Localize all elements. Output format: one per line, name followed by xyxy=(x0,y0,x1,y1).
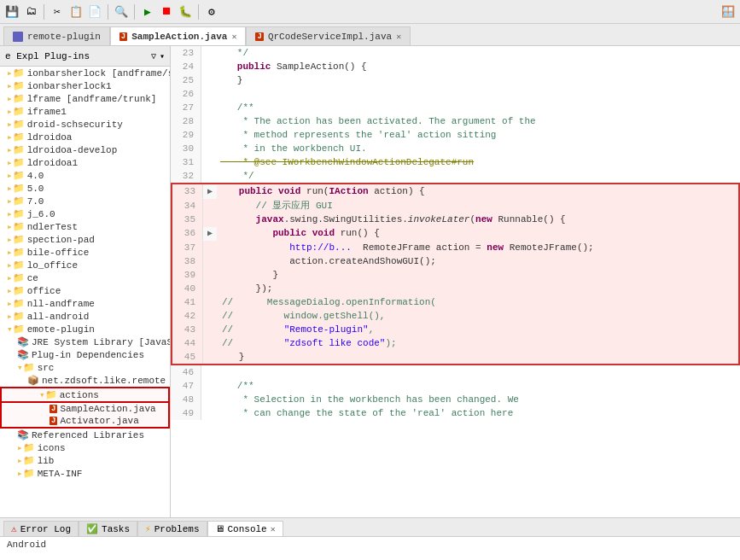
java-file-icon-2: J xyxy=(50,417,57,425)
bottom-tab-console[interactable]: 🖥 Console ✕ xyxy=(207,521,283,536)
tab-qr-code[interactable]: J QrCodeServiceImpl.java ✕ xyxy=(246,26,411,45)
toolbar-icon-copy[interactable]: 📋 xyxy=(67,3,84,20)
toolbar-icon-paste[interactable]: 📄 xyxy=(86,3,103,20)
bottom-tab-label-console: Console xyxy=(228,524,267,534)
toolbar-icon-save[interactable]: 💾 xyxy=(3,3,20,20)
folder-icon: ▸📁 xyxy=(7,260,25,271)
toolbar-separator-2 xyxy=(108,4,108,20)
tasks-icon: ✅ xyxy=(86,523,98,534)
toolbar-icon-settings[interactable]: ⚙️ xyxy=(203,3,220,20)
sidebar-item[interactable]: 📚Referenced Libraries xyxy=(0,429,170,441)
package-icon: 📦 xyxy=(27,375,39,386)
sidebar-item[interactable]: ▸📁META-INF xyxy=(0,467,170,480)
tab-icon-plugin xyxy=(13,32,23,42)
sidebar-collapse-icon[interactable]: ▽ xyxy=(151,51,156,61)
folder-icon: ▸📁 xyxy=(7,131,25,143)
bottom-tab-label-problems: Problems xyxy=(154,524,200,534)
sidebar-activator-label: Activator.java xyxy=(60,416,138,426)
folder-icon: ▸📁 xyxy=(7,208,25,219)
folder-icon: ▸📁 xyxy=(7,247,25,258)
code-line-23: 23 */ xyxy=(171,46,740,60)
folder-icon: ▸📁 xyxy=(7,80,25,91)
bottom-tab-problems[interactable]: ⚡ Problems xyxy=(137,521,207,536)
toolbar-icon-open[interactable]: 🗂 xyxy=(22,3,39,20)
toolbar-icon-run[interactable]: ▶ xyxy=(139,3,156,20)
sidebar-item[interactable]: ▸📁lframe [andframe/trunk] xyxy=(0,92,170,105)
sidebar-item[interactable]: ▸📁ndlerTest xyxy=(0,220,170,233)
sidebar-item[interactable]: 📦net.zdsoft.like.remote xyxy=(0,374,170,387)
sidebar-item[interactable]: ▸📁ldroidoa1 xyxy=(0,156,170,169)
folder-icon: ▸📁 xyxy=(7,311,25,322)
code-line-29: 29 * method represents the 'real' action… xyxy=(171,128,740,142)
sidebar-item[interactable]: ▸📁ldroidoa-develop xyxy=(0,143,170,156)
tab-remote-plugin[interactable]: remote-plugin xyxy=(3,26,110,45)
sidebar-item[interactable]: ▸📁ldroidoa xyxy=(0,131,170,143)
sidebar-item[interactable]: ▸📁ionbarsherlock1 xyxy=(0,79,170,92)
sidebar-item[interactable]: ▸📁4.0 xyxy=(0,169,170,182)
actions-folder-label: actions xyxy=(60,390,99,400)
toolbar-icon-search[interactable]: 🔍 xyxy=(113,3,130,20)
sidebar-item[interactable]: ▸📁lib xyxy=(0,454,170,467)
sidebar-menu-icon[interactable]: ▾ xyxy=(160,51,165,61)
sidebar-header: e Expl Plug-ins ▽ ▾ xyxy=(0,46,170,67)
bottom-tab-errorlog[interactable]: ⚠ Error Log xyxy=(3,521,79,536)
folder-icon: ▾📁 xyxy=(17,362,35,373)
code-editor: 23 */ 24 public SampleAction() { 25 } xyxy=(171,46,740,517)
sidebar-item[interactable]: ▸📁j_6.0 xyxy=(0,207,170,220)
bottom-tab-label-errorlog: Error Log xyxy=(20,524,71,534)
bottom-tab-tasks[interactable]: ✅ Tasks xyxy=(79,521,137,536)
folder-icon: ▸📁 xyxy=(7,183,25,194)
sidebar-item[interactable]: ▾📁src xyxy=(0,361,170,374)
sidebar-item[interactable]: ▸📁7.0 xyxy=(0,195,170,207)
toolbar-icon-perspective[interactable]: 🪟 xyxy=(720,3,737,20)
sidebar-item[interactable]: ▸📁ionbarsherlock [andframe/sub-proje... xyxy=(0,67,170,79)
sidebar-item[interactable]: ▸📁lo_office xyxy=(0,259,170,271)
sidebar-item[interactable]: ▸📁all-android xyxy=(0,310,170,323)
code-line-28: 28 * The action has been activated. The … xyxy=(171,114,740,128)
code-area[interactable]: 23 */ 24 public SampleAction() { 25 } xyxy=(171,46,740,517)
console-content: Android xyxy=(0,537,740,552)
folder-icon: ▸📁 xyxy=(17,455,35,466)
code-line-41: 41 // MessageDialog.openInformation( xyxy=(171,295,740,309)
sidebar-item-remote-plugin[interactable]: ▾📁emote-plugin xyxy=(0,323,170,335)
folder-icon: ▸📁 xyxy=(7,144,25,155)
code-line-34: 34 // 显示应用 GUI xyxy=(171,199,740,213)
bottom-tab-close-console[interactable]: ✕ xyxy=(271,524,276,534)
sidebar-item[interactable]: ▸📁office xyxy=(0,284,170,297)
sidebar-item[interactable]: ▸📁5.0 xyxy=(0,182,170,195)
folder-icon: ▸📁 xyxy=(7,234,25,245)
tab-sample-action[interactable]: J SampleAction.java ✕ xyxy=(110,26,247,45)
sidebar-item[interactable]: ▸📁spection-pad xyxy=(0,233,170,246)
lib-icon: 📚 xyxy=(17,336,29,347)
bottom-tabbar: ⚠ Error Log ✅ Tasks ⚡ Problems 🖥 Console… xyxy=(0,518,740,537)
sidebar-item-activator[interactable]: J Activator.java xyxy=(0,415,170,429)
tab-close-qr-code[interactable]: ✕ xyxy=(396,32,401,42)
code-line-47: 47 /** xyxy=(171,379,740,393)
folder-icon: ▸📁 xyxy=(7,221,25,232)
tab-close-sample-action[interactable]: ✕ xyxy=(231,32,236,42)
sidebar-item[interactable]: ▸📁iframe1 xyxy=(0,105,170,118)
sidebar-item[interactable]: 📚JRE System Library [JavaSE-1.6] xyxy=(0,335,170,348)
code-line-43: 43 // "Remote-plugin", xyxy=(171,323,740,336)
toolbar-icon-stop[interactable]: ⏹ xyxy=(158,3,175,20)
toolbar-icon-debug[interactable]: 🐛 xyxy=(177,3,194,20)
sidebar-item-actions[interactable]: ▾📁 actions xyxy=(0,387,170,403)
sidebar-item[interactable]: ▸📁nll-andframe xyxy=(0,297,170,310)
sidebar-item[interactable]: ▸📁bile-office xyxy=(0,246,170,259)
folder-icon-actions: ▾📁 xyxy=(39,389,57,400)
toolbar-separator-4 xyxy=(198,4,199,20)
code-line-30: 30 * in the workbench UI. xyxy=(171,142,740,155)
code-line-31: 31 * @see IWorkbenchWindowActionDelegate… xyxy=(171,155,740,169)
console-text: Android xyxy=(7,540,46,550)
code-line-35: 35 javax.swing.SwingUtilities.invokeLate… xyxy=(171,213,740,226)
sidebar-item[interactable]: 📚Plug-in Dependencies xyxy=(0,348,170,361)
app-window: 💾 🗂 ✂️ 📋 📄 🔍 ▶ ⏹ 🐛 ⚙️ 🪟 remote-plugin J … xyxy=(0,0,740,560)
toolbar-icon-cut[interactable]: ✂️ xyxy=(49,3,66,20)
sidebar-header-label: e Expl Plug-ins xyxy=(5,51,90,61)
sidebar-item[interactable]: ▸📁ce xyxy=(0,271,170,284)
sidebar-item[interactable]: ▸📁icons xyxy=(0,441,170,454)
sidebar-item-sampleaction[interactable]: J SampleAction.java xyxy=(0,403,170,415)
tab-label-sample-action: SampleAction.java xyxy=(131,32,227,42)
sidebar-item[interactable]: ▸📁droid-schsecurity xyxy=(0,118,170,131)
project-sidebar: e Expl Plug-ins ▽ ▾ ▸📁ionbarsherlock [an… xyxy=(0,46,171,517)
